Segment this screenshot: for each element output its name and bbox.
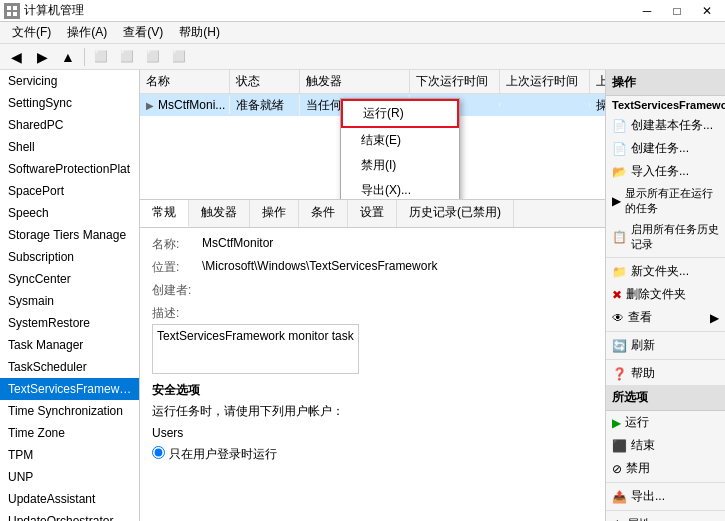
sidebar-item-servicing[interactable]: Servicing	[0, 70, 139, 92]
right-action-create-basic[interactable]: 📄 创建基本任务...	[606, 114, 725, 137]
right-action-help-global[interactable]: ❓ 帮助	[606, 362, 725, 385]
sidebar-item-settingsync[interactable]: SettingSync	[0, 92, 139, 114]
tab-history[interactable]: 历史记录(已禁用)	[397, 200, 514, 227]
description-value[interactable]: TextServicesFramework monitor task	[152, 324, 359, 374]
forward-button[interactable]: ▶	[30, 46, 54, 68]
right-action-properties[interactable]: ⚙ 属性	[606, 513, 725, 521]
sidebar-item-sysmain[interactable]: Sysmain	[0, 290, 139, 312]
right-separator-4	[606, 482, 725, 483]
right-action-enable-history[interactable]: 📋 启用所有任务历史记录	[606, 219, 725, 255]
right-action-create[interactable]: 📄 创建任务...	[606, 137, 725, 160]
detail-area: 名称: MsCtfMonitor 位置: \Microsoft\Windows\…	[140, 228, 605, 521]
sidebar-item-updateorchestrator[interactable]: UpdateOrchestrator	[0, 510, 139, 521]
col-next-run[interactable]: 下次运行时间	[410, 70, 500, 93]
right-action-show-running[interactable]: ▶ 显示所有正在运行的任务	[606, 183, 725, 219]
row-last-result: 操作成功完成。(0x0	[590, 95, 605, 116]
right-action-end[interactable]: ⬛ 结束	[606, 434, 725, 457]
sidebar-item-systemrestore[interactable]: SystemRestore	[0, 312, 139, 334]
col-last-result[interactable]: 上次运行结果	[590, 70, 605, 93]
toolbar-action4[interactable]: ⬜	[167, 46, 191, 68]
new-folder-icon: 📁	[612, 265, 627, 279]
close-button[interactable]: ✕	[693, 0, 721, 22]
sidebar-item-taskmanager[interactable]: Task Manager	[0, 334, 139, 356]
tab-conditions[interactable]: 条件	[299, 200, 348, 227]
menu-action[interactable]: 操作(A)	[59, 22, 115, 43]
disable-icon: ⊘	[612, 462, 622, 476]
right-action-view[interactable]: 👁 查看 ▶	[606, 306, 725, 329]
sidebar-item-subscription[interactable]: Subscription	[0, 246, 139, 268]
table-header: 名称 状态 触发器 下次运行时间 上次运行时间 上次运行结果	[140, 70, 605, 94]
run-option-label: 只在用户登录时运行	[169, 446, 277, 463]
name-label: 名称:	[152, 236, 202, 253]
maximize-button[interactable]: □	[663, 0, 691, 22]
col-name[interactable]: 名称	[140, 70, 230, 93]
import-icon: 📂	[612, 165, 627, 179]
menu-file[interactable]: 文件(F)	[4, 22, 59, 43]
right-action-export[interactable]: 📤 导出...	[606, 485, 725, 508]
sidebar-item-textservices[interactable]: TextServicesFramework	[0, 378, 139, 400]
show-running-icon: ▶	[612, 194, 621, 208]
create-basic-icon: 📄	[612, 119, 627, 133]
menu-help[interactable]: 帮助(H)	[171, 22, 228, 43]
sidebar-item-updateassistant[interactable]: UpdateAssistant	[0, 488, 139, 510]
menu-bar: 文件(F) 操作(A) 查看(V) 帮助(H)	[0, 22, 725, 44]
table-area: 名称 状态 触发器 下次运行时间 上次运行时间 上次运行结果 ▶ MsCtfMo…	[140, 70, 605, 200]
col-last-run[interactable]: 上次运行时间	[500, 70, 590, 93]
sidebar-item-timesync[interactable]: Time Synchronization	[0, 400, 139, 422]
tab-settings[interactable]: 设置	[348, 200, 397, 227]
row-last-run	[500, 103, 590, 107]
toolbar-action3[interactable]: ⬜	[141, 46, 165, 68]
right-action-fw-title: TextServicesFramework ▲	[606, 96, 725, 114]
window-icon	[4, 3, 20, 19]
up-button[interactable]: ▲	[56, 46, 80, 68]
right-action-import[interactable]: 📂 导入任务...	[606, 160, 725, 183]
context-menu-end[interactable]: 结束(E)	[341, 128, 459, 153]
right-action-disable[interactable]: ⊘ 禁用	[606, 457, 725, 480]
run-option-row: 只在用户登录时运行	[152, 446, 593, 463]
svg-rect-1	[7, 6, 11, 10]
security-user: Users	[152, 426, 593, 440]
main-layout: Servicing SettingSync SharedPC Shell Sof…	[0, 70, 725, 521]
sidebar-item-shell[interactable]: Shell	[0, 136, 139, 158]
right-action-run[interactable]: ▶ 运行	[606, 411, 725, 434]
context-menu: 运行(R) 结束(E) 禁用(I) 导出(X)... 属性(P) 删除(D)	[340, 98, 460, 200]
sidebar-item-taskscheduler[interactable]: TaskScheduler	[0, 356, 139, 378]
back-button[interactable]: ◀	[4, 46, 28, 68]
sidebar-item-spaceport[interactable]: SpacePort	[0, 180, 139, 202]
right-action-delete-folder[interactable]: ✖ 删除文件夹	[606, 283, 725, 306]
refresh-icon: 🔄	[612, 339, 627, 353]
tab-actions[interactable]: 操作	[250, 200, 299, 227]
sidebar-item-sharedpc[interactable]: SharedPC	[0, 114, 139, 136]
context-menu-export[interactable]: 导出(X)...	[341, 178, 459, 200]
svg-rect-2	[13, 6, 17, 10]
col-status[interactable]: 状态	[230, 70, 300, 93]
menu-view[interactable]: 查看(V)	[115, 22, 171, 43]
right-action-refresh[interactable]: 🔄 刷新	[606, 334, 725, 357]
sidebar-item-synccenter[interactable]: SyncCenter	[0, 268, 139, 290]
sidebar-item-tpm[interactable]: TPM	[0, 444, 139, 466]
minimize-button[interactable]: ─	[633, 0, 661, 22]
context-menu-disable[interactable]: 禁用(I)	[341, 153, 459, 178]
sidebar-item-softwareprotection[interactable]: SoftwareProtectionPlat	[0, 158, 139, 180]
toolbar-action2[interactable]: ⬜	[115, 46, 139, 68]
tab-triggers[interactable]: 触发器	[189, 200, 250, 227]
toolbar-action1[interactable]: ⬜	[89, 46, 113, 68]
col-trigger[interactable]: 触发器	[300, 70, 410, 93]
tab-general[interactable]: 常规	[140, 200, 189, 227]
context-menu-run[interactable]: 运行(R)	[341, 99, 459, 128]
sidebar-item-speech[interactable]: Speech	[0, 202, 139, 224]
sidebar-item-timezone[interactable]: Time Zone	[0, 422, 139, 444]
export-icon: 📤	[612, 490, 627, 504]
right-separator-1	[606, 257, 725, 258]
right-action-new-folder[interactable]: 📁 新文件夹...	[606, 260, 725, 283]
center-panel: 名称 状态 触发器 下次运行时间 上次运行时间 上次运行结果 ▶ MsCtfMo…	[140, 70, 605, 521]
run-option-radio[interactable]	[152, 446, 165, 459]
detail-desc-row: 描述: TextServicesFramework monitor task	[152, 305, 593, 374]
detail-author-row: 创建者:	[152, 282, 593, 299]
location-value: \Microsoft\Windows\TextServicesFramework	[202, 259, 593, 273]
help-global-icon: ❓	[612, 367, 627, 381]
sidebar-item-storagetiers[interactable]: Storage Tiers Manage	[0, 224, 139, 246]
sidebar-item-unp[interactable]: UNP	[0, 466, 139, 488]
name-value: MsCtfMonitor	[202, 236, 593, 250]
run-icon: ▶	[612, 416, 621, 430]
